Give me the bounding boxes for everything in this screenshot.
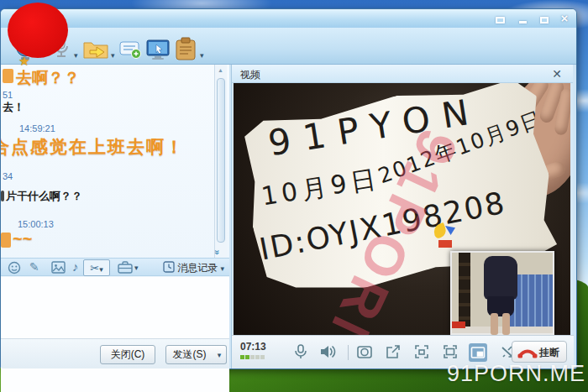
- avatar-redaction-circle: [8, 3, 68, 58]
- send-button[interactable]: 发送(S): [165, 345, 213, 364]
- message-timestamp: 14:59:21: [19, 123, 55, 133]
- chat-message: 片干什么啊？？: [6, 189, 82, 204]
- clipped-glyph-fragment: [1, 191, 4, 201]
- font-style-icon[interactable]: ✎: [29, 260, 39, 274]
- remote-video-feed: 91PYON 10月9日 2012年10月9日 ID:OYJX198208 91…: [234, 83, 570, 337]
- person-jacket: [484, 256, 517, 300]
- message-timestamp: 15:00:13: [18, 219, 54, 229]
- screenshot-dropdown: ▾: [99, 265, 103, 274]
- video-panel-header: 视频 ✕: [232, 65, 573, 83]
- pop-out-icon[interactable]: [385, 343, 403, 362]
- close-icon: ×: [561, 11, 569, 25]
- audio-clip-icon[interactable]: ♪: [72, 259, 79, 274]
- maximize-button[interactable]: [535, 12, 554, 25]
- send-dropdown-icon: ▾: [218, 351, 222, 359]
- main-toolbar: ▾ ▾ ▾ ▾: [1, 28, 576, 65]
- chat-scrollbar[interactable]: ▲: [214, 65, 227, 258]
- message-timestamp: 51: [3, 90, 13, 100]
- clipboard-history-icon[interactable]: [175, 37, 197, 61]
- call-timer: 07:13: [240, 341, 266, 353]
- history-dropdown-icon: ▾: [220, 264, 224, 273]
- picture-in-picture-icon[interactable]: [469, 343, 487, 362]
- emoticon-icon[interactable]: [8, 261, 21, 274]
- screenshot-button[interactable]: ✂▾: [83, 259, 110, 276]
- scissors-icon: ✂: [90, 262, 99, 274]
- self-video-thumbnail[interactable]: [450, 251, 554, 335]
- microphone-icon[interactable]: [292, 343, 311, 362]
- chat-message: 去啊？？: [16, 67, 80, 89]
- pinwheel-yellow: [432, 222, 449, 239]
- full-screen-icon[interactable]: [442, 343, 460, 362]
- file-transfer-icon[interactable]: [83, 39, 108, 59]
- clipboard-dropdown[interactable]: ▾: [200, 51, 204, 60]
- chat-message: 合点感觉在上班去啊！: [1, 135, 185, 159]
- send-image-icon[interactable]: [51, 261, 66, 274]
- maximize-icon: [540, 17, 549, 24]
- video-panel-title: 视频: [240, 68, 260, 82]
- message-timestamp: 34: [3, 171, 13, 181]
- change-skin-button[interactable]: [491, 12, 509, 25]
- person-leg: [491, 313, 498, 335]
- file-transfer-dropdown[interactable]: ▾: [111, 51, 115, 60]
- compose-button-bar: 关闭(C) 发送(S) ▾: [1, 338, 229, 368]
- close-chat-button[interactable]: 关闭(C): [100, 345, 155, 364]
- signal-indicator: [240, 355, 265, 359]
- speaker-icon[interactable]: [319, 343, 338, 362]
- snapshot-icon[interactable]: [356, 343, 375, 362]
- video-panel: 视频 ✕ 91PYON 10月9日 2012年10月9日 ID:OYJX1982…: [231, 65, 573, 368]
- pinwheel-red: [438, 240, 452, 248]
- chat-message: 去！: [3, 100, 24, 115]
- clipped-glyph-fragment: [1, 233, 11, 248]
- voice-call-dropdown[interactable]: ▾: [74, 51, 78, 60]
- hangup-button[interactable]: 挂断: [512, 341, 567, 363]
- qq-chat-window: × ▾ ▾ ▾ ▾ 去啊？？ 51 去！ 14:59: [0, 8, 577, 369]
- collapse-chat-icon[interactable]: »: [213, 249, 223, 252]
- person-leg: [502, 313, 510, 335]
- scroll-up-icon[interactable]: ▲: [218, 67, 223, 73]
- send-options-dropdown[interactable]: ▾: [213, 345, 227, 364]
- scrollbar-thumb[interactable]: [217, 78, 225, 243]
- site-watermark: 91PORN.ME: [447, 361, 585, 387]
- minimize-button[interactable]: [513, 12, 532, 25]
- tools-icon[interactable]: [118, 261, 133, 274]
- compose-toolbar: ✎ ♪ ✂▾ ▾ 消息记录 ▾: [1, 258, 229, 276]
- chat-message: ~~: [13, 229, 32, 248]
- clipped-glyph-fragment: [3, 69, 13, 83]
- favorite-star-icon: ★: [18, 54, 29, 69]
- window-titlebar[interactable]: ×: [1, 9, 576, 28]
- video-close-icon[interactable]: ✕: [552, 67, 562, 81]
- chat-panel: 去啊？？ 51 去！ 14:59:21 合点感觉在上班去啊！ 34 片干什么啊？…: [1, 65, 229, 368]
- red-object: [452, 321, 465, 328]
- hangup-label: 挂断: [539, 346, 559, 360]
- message-history-button[interactable]: 消息记录 ▾: [163, 261, 224, 275]
- tools-dropdown[interactable]: ▾: [134, 264, 139, 272]
- divider: [348, 345, 349, 360]
- close-button[interactable]: ×: [555, 12, 574, 25]
- sign-line2a: 10月9日: [259, 162, 382, 215]
- pinwheel-logo: [432, 224, 455, 248]
- change-skin-icon: [496, 17, 505, 24]
- chat-message-list: 去啊？？ 51 去！ 14:59:21 合点感觉在上班去啊！ 34 片干什么啊？…: [1, 65, 214, 258]
- message-input[interactable]: [1, 277, 229, 392]
- actual-size-icon[interactable]: [413, 343, 432, 362]
- create-message-icon[interactable]: [119, 40, 142, 60]
- minimize-icon: [519, 21, 527, 24]
- remote-desktop-icon[interactable]: [146, 39, 170, 60]
- message-history-label: 消息记录: [177, 262, 218, 274]
- pinwheel-blue: [445, 226, 455, 235]
